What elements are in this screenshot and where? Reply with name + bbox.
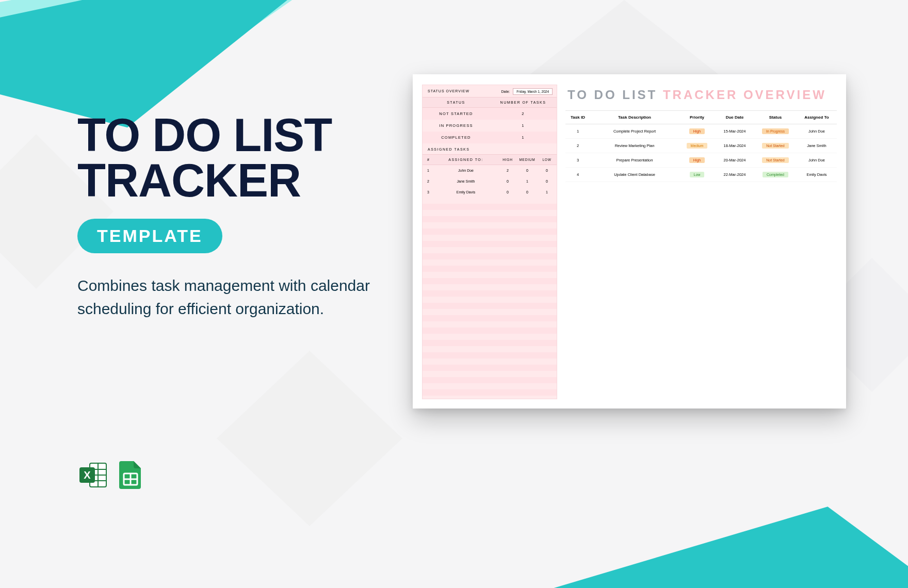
th-id: Task ID (565, 111, 590, 124)
status-chip: Completed (763, 172, 788, 177)
cell-low: 0 (537, 176, 557, 187)
cell-status: Not Started (754, 139, 797, 153)
cell-name: John Doe (434, 165, 498, 176)
th-assigned: Assigned To (797, 111, 837, 124)
overview-section-label: STATUS OVERVIEW (423, 85, 499, 97)
preview-title: TO DO LIST TRACKER OVERVIEW (565, 85, 837, 110)
cell-medium: 0 (517, 165, 537, 176)
hero-heading-line1: TO DO LIST (77, 112, 397, 158)
status-chip: Not Started (762, 157, 788, 163)
th-priority: Priority (679, 111, 715, 124)
task-table-header: Task ID Task Description Priority Due Da… (565, 110, 837, 124)
preview-left-panel: STATUS OVERVIEW Date: Friday, March 1, 2… (422, 85, 557, 399)
preview-right-panel: TO DO LIST TRACKER OVERVIEW Task ID Task… (565, 85, 837, 399)
status-name: COMPLETED (423, 132, 490, 143)
cell-num: 1 (423, 165, 434, 176)
cell-status: Not Started (754, 153, 797, 167)
preview-title-gray: TO DO LIST (568, 88, 657, 102)
status-row: COMPLETED1 (423, 132, 557, 143)
cell-name: Jane Smith (434, 176, 498, 187)
status-overview-header: STATUS NUMBER OF TASKS (423, 97, 557, 108)
status-name: NOT STARTED (423, 108, 490, 120)
svg-text:X: X (84, 469, 91, 481)
cell-assigned: John Doe (797, 154, 837, 167)
col-assigned: ASSIGNED TO: (434, 155, 498, 165)
date-value: Friday, March 1, 2024 (513, 88, 553, 95)
numtasks-col-label: NUMBER OF TASKS (490, 97, 557, 107)
assigned-section-label: ASSIGNED TASKS (423, 143, 557, 154)
cell-high: 2 (498, 165, 517, 176)
status-col-label: STATUS (423, 97, 490, 107)
priority-chip: High (689, 157, 705, 163)
template-badge: TEMPLATE (77, 219, 222, 253)
hero-heading-line2: TRACKER (77, 158, 397, 203)
cell-desc: Prepare Presentation (590, 154, 679, 167)
col-high: HIGH (498, 155, 517, 165)
hero-subtitle: Combines task management with calendar s… (77, 274, 377, 320)
priority-chip: High (689, 128, 705, 134)
col-num: # (423, 155, 434, 165)
cell-low: 1 (537, 187, 557, 198)
assigned-row: 2Jane Smith010 (423, 176, 557, 187)
col-medium: MEDIUM (517, 155, 537, 165)
cell-assigned: Jane Smith (797, 139, 837, 152)
cell-status: In Progress (754, 124, 797, 138)
th-due: Due Date (715, 111, 754, 124)
cell-priority: Medium (679, 139, 715, 153)
cell-low: 0 (537, 165, 557, 176)
format-icons-row: X (78, 460, 145, 490)
status-count: 2 (490, 108, 557, 120)
table-row: 1Complete Project ReportHigh15-Mar-2024I… (565, 124, 837, 139)
col-low: LOW (537, 155, 557, 165)
hero-text-block: TO DO LIST TRACKER TEMPLATE Combines tas… (77, 112, 397, 320)
cell-due: 20-Mar-2024 (715, 154, 754, 167)
cell-num: 2 (423, 176, 434, 187)
cell-id: 2 (565, 139, 590, 152)
status-count: 1 (490, 132, 557, 143)
cell-due: 15-Mar-2024 (715, 125, 754, 138)
cell-id: 4 (565, 168, 590, 181)
cell-assigned: Emily Davis (797, 168, 837, 181)
google-sheets-icon (116, 460, 145, 490)
th-status: Status (754, 111, 797, 124)
cell-due: 22-Mar-2024 (715, 168, 754, 181)
template-preview-card: STATUS OVERVIEW Date: Friday, March 1, 2… (413, 74, 846, 409)
cell-priority: Low (679, 168, 715, 182)
excel-icon: X (78, 460, 108, 490)
cell-high: 0 (498, 176, 517, 187)
status-row: IN PROGRESS1 (423, 120, 557, 132)
cell-num: 3 (423, 187, 434, 198)
table-row: 4Update Client DatabaseLow22-Mar-2024Com… (565, 168, 837, 182)
cell-desc: Review Marketing Plan (590, 139, 679, 152)
cell-priority: High (679, 124, 715, 138)
cell-assigned: John Doe (797, 125, 837, 138)
preview-title-pink: TRACKER OVERVIEW (663, 88, 826, 102)
assigned-row: 1John Doe200 (423, 165, 557, 176)
empty-rows-filler (423, 198, 557, 399)
table-row: 3Prepare PresentationHigh20-Mar-2024Not … (565, 153, 837, 168)
assigned-header: # ASSIGNED TO: HIGH MEDIUM LOW (423, 154, 557, 165)
cell-id: 3 (565, 154, 590, 167)
hero-heading: TO DO LIST TRACKER (77, 112, 397, 203)
priority-chip: Medium (687, 143, 708, 149)
status-name: IN PROGRESS (423, 120, 490, 132)
cell-medium: 1 (517, 176, 537, 187)
cell-desc: Complete Project Report (590, 125, 679, 138)
cell-desc: Update Client Database (590, 168, 679, 181)
cell-status: Completed (754, 168, 797, 182)
status-row: NOT STARTED2 (423, 108, 557, 120)
date-label: Date: (501, 90, 510, 93)
status-count: 1 (490, 120, 557, 132)
cell-medium: 0 (517, 187, 537, 198)
assigned-row: 3Emily Davis001 (423, 187, 557, 198)
cell-due: 18-Mar-2024 (715, 139, 754, 152)
table-row: 2Review Marketing PlanMedium18-Mar-2024N… (565, 139, 837, 153)
cell-name: Emily Davis (434, 187, 498, 198)
bg-shape (217, 351, 402, 526)
cell-priority: High (679, 153, 715, 167)
status-chip: In Progress (762, 128, 789, 134)
cell-high: 0 (498, 187, 517, 198)
status-chip: Not Started (762, 143, 788, 149)
priority-chip: Low (690, 172, 705, 177)
bg-accent (518, 456, 908, 588)
